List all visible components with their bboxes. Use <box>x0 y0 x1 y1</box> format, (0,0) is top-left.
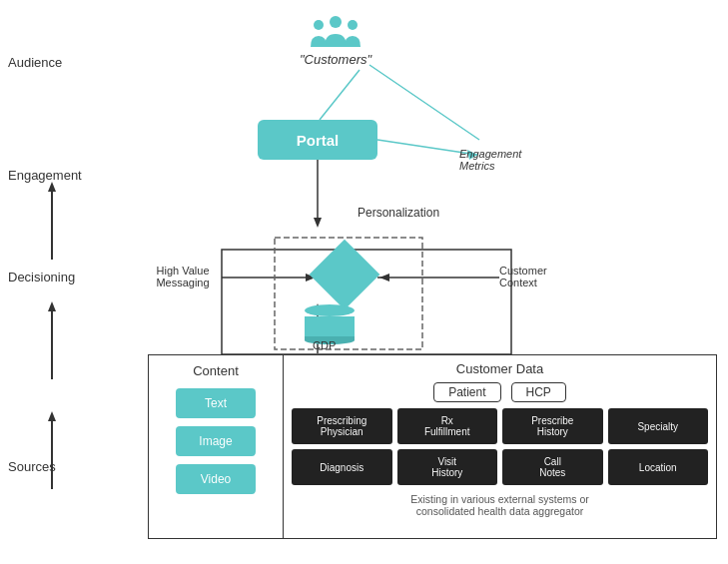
diagnosis-cell: Diagnosis <box>292 449 392 485</box>
personalization-label: Personalization <box>358 206 439 220</box>
location-cell: Location <box>608 449 709 485</box>
text-button[interactable]: Text <box>176 388 256 418</box>
label-decisioning: Decisioning <box>8 270 75 284</box>
customers-group: "Customers" <box>300 12 371 67</box>
diagram-container: Audience Engagement Decisioning Sources … <box>0 0 728 564</box>
hvm-label: High ValueMessaging <box>148 265 218 288</box>
image-button[interactable]: Image <box>176 426 256 456</box>
svg-point-22 <box>348 20 358 30</box>
decision-diamond <box>310 240 380 310</box>
rx-fulfillment-cell: Rx Fulfillment <box>397 408 498 444</box>
cdp-label: CDP <box>313 339 336 351</box>
svg-marker-5 <box>48 182 56 192</box>
patient-hcp-row: Patient HCP <box>292 382 708 402</box>
data-grid: Prescribing Physician Rx Fulfillment Pre… <box>292 408 708 485</box>
svg-point-20 <box>330 16 342 28</box>
prescribe-history-cell: Prescribe History <box>502 408 603 444</box>
visit-history-cell: Visit History <box>397 449 498 485</box>
customer-context-label: CustomerContext <box>499 265 547 288</box>
customer-data-title: Customer Data <box>292 361 708 376</box>
call-notes-cell: Call Notes <box>502 449 603 485</box>
specialty-cell: Specialty <box>608 408 709 444</box>
label-engagement: Engagement <box>8 168 82 183</box>
svg-marker-15 <box>379 274 389 282</box>
svg-line-6 <box>320 70 360 120</box>
portal-label: Portal <box>297 132 340 149</box>
customer-data-box: Customer Data Patient HCP Prescribing Ph… <box>284 355 716 538</box>
svg-marker-1 <box>48 411 56 421</box>
patient-button[interactable]: Patient <box>433 382 500 402</box>
portal-box: Portal <box>258 120 377 160</box>
content-title: Content <box>193 363 239 378</box>
engagement-metrics-label: EngagementMetrics <box>459 148 521 172</box>
content-box: Content Text Image Video <box>149 355 284 538</box>
cylinder-top <box>305 304 355 316</box>
svg-point-21 <box>314 20 324 30</box>
prescribing-physician-cell: Prescribing Physician <box>292 408 392 444</box>
svg-marker-3 <box>48 301 56 311</box>
cdp-cylinder <box>305 304 355 344</box>
video-button[interactable]: Video <box>176 464 256 494</box>
customers-label: "Customers" <box>300 52 371 67</box>
customers-icon <box>309 12 364 52</box>
svg-line-9 <box>369 65 479 140</box>
label-audience: Audience <box>8 55 62 70</box>
svg-marker-11 <box>314 218 322 228</box>
hcp-button[interactable]: HCP <box>511 382 566 402</box>
cylinder-body <box>305 316 355 336</box>
bottom-section: Content Text Image Video Customer Data P… <box>148 354 717 539</box>
existing-text: Existing in various external systems orc… <box>292 493 708 517</box>
label-sources: Sources <box>8 459 56 474</box>
